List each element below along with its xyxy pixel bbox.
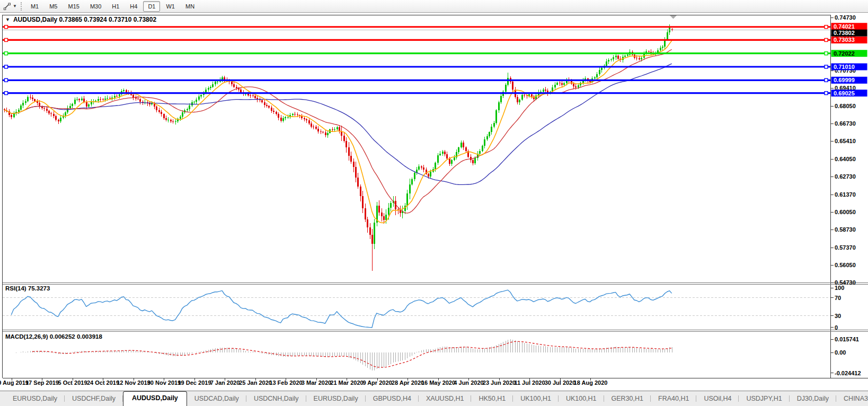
candles bbox=[4, 24, 673, 271]
hline-handle[interactable] bbox=[825, 65, 828, 68]
rsi-indicator-label: RSI(14) 75.3273 bbox=[5, 285, 50, 292]
date-label: 3 Mar 2020 bbox=[302, 379, 331, 386]
rsi-tick-label: 70 bbox=[835, 295, 841, 301]
panel-borders bbox=[3, 15, 868, 378]
tab-eurusd-daily[interactable]: EURUSD,Daily bbox=[306, 392, 366, 406]
line-tool-icon[interactable] bbox=[2, 2, 12, 11]
rsi-line bbox=[11, 290, 671, 328]
date-label: 23 Jun 2020 bbox=[483, 379, 516, 386]
hline-handle[interactable] bbox=[5, 92, 8, 95]
date-label: 25 Jan 2020 bbox=[239, 379, 272, 386]
tab-usdjpy-h1[interactable]: USDJPY,H1 bbox=[739, 392, 789, 406]
tab-usdchf-daily[interactable]: USDCHF,Daily bbox=[65, 392, 123, 406]
price-badge-text: 0.73802 bbox=[834, 30, 855, 36]
tab-uk100-h1[interactable]: UK100,H1 bbox=[513, 392, 559, 406]
rsi-tick-label: 30 bbox=[835, 313, 841, 319]
tab-audusd-daily[interactable]: AUDUSD,Daily bbox=[123, 391, 187, 406]
date-label: 21 Mar 2020 bbox=[330, 379, 363, 386]
tab-xauusd-h1[interactable]: XAUUSD,H1 bbox=[419, 392, 472, 406]
price-badge-text: 0.72022 bbox=[834, 50, 855, 57]
hline-handle[interactable] bbox=[5, 38, 8, 41]
date-label: 4 Jun 2020 bbox=[454, 379, 483, 386]
line-tool-glyph bbox=[3, 2, 11, 10]
timeframe-button-H4[interactable]: H4 bbox=[125, 1, 142, 12]
timeframe-button-D1[interactable]: D1 bbox=[143, 1, 160, 12]
date-label: 30 Nov 2019 bbox=[147, 379, 181, 386]
price-badge-text: 0.69025 bbox=[834, 90, 855, 96]
date-label: 16 May 2020 bbox=[421, 379, 455, 386]
date-label: 18 Aug 2020 bbox=[574, 379, 608, 386]
rsi-panel bbox=[3, 290, 831, 328]
tab-usdcnh-daily[interactable]: USDCNH,Daily bbox=[246, 392, 306, 406]
tab-hk50-h1[interactable]: HK50,H1 bbox=[471, 392, 513, 406]
trading-terminal: ▼ M1M5M15M30H1H4D1W1MN 0.747300.734100.7… bbox=[0, 0, 868, 406]
rsi-tick-label: 100 bbox=[835, 285, 844, 291]
tab-eurusd-daily[interactable]: EURUSD,Daily bbox=[5, 392, 65, 406]
price-badge-text: 0.69999 bbox=[834, 77, 855, 83]
toolbar-grip[interactable] bbox=[21, 2, 22, 11]
date-label: 28 Apr 2020 bbox=[392, 379, 424, 386]
chart-tabs: EURUSD,DailyUSDCHF,DailyAUDUSD,DailyUSDC… bbox=[0, 391, 868, 406]
date-label: 7 Jan 2020 bbox=[210, 379, 240, 386]
macd-tick-label: 0.00 bbox=[835, 349, 846, 356]
date-label: 12 Nov 2019 bbox=[117, 379, 150, 386]
date-label: 11 Jul 2020 bbox=[514, 379, 545, 386]
chart-tab-bar: EURUSD,DailyUSDCHF,DailyAUDUSD,DailyUSDC… bbox=[0, 391, 868, 406]
hline-handle[interactable] bbox=[825, 38, 828, 41]
hline-handle[interactable] bbox=[5, 65, 8, 68]
price-tick-label: 0.56050 bbox=[835, 262, 856, 268]
timeframe-button-M30[interactable]: M30 bbox=[85, 1, 106, 12]
price-tick-label: 0.62730 bbox=[835, 173, 856, 180]
chart-shift-marker[interactable] bbox=[670, 15, 677, 19]
date-label: 19 Dec 2019 bbox=[178, 379, 211, 386]
price-badge-text: 0.74021 bbox=[834, 23, 855, 30]
hline-handle[interactable] bbox=[825, 92, 828, 95]
price-badge-text: 0.73033 bbox=[834, 37, 855, 43]
hline-handle[interactable] bbox=[825, 78, 828, 82]
price-tick-label: 0.58730 bbox=[835, 226, 856, 233]
price-tick-label: 0.64050 bbox=[835, 156, 856, 162]
tab-fra40-h1[interactable]: FRA40,H1 bbox=[651, 392, 696, 406]
tab-usdcad-daily[interactable]: USDCAD,Daily bbox=[187, 392, 246, 406]
timeframe-button-M1[interactable]: M1 bbox=[26, 1, 43, 12]
tab-china300-h1[interactable]: CHINA300,H1 bbox=[836, 392, 868, 406]
timeframe-button-M15[interactable]: M15 bbox=[63, 1, 84, 12]
tab-usoil-h4[interactable]: USOil,H4 bbox=[696, 392, 739, 406]
date-label: 30 Jul 2020 bbox=[545, 379, 576, 386]
hline-handle[interactable] bbox=[5, 78, 8, 82]
hline-handle[interactable] bbox=[5, 52, 8, 55]
macd-signal-line bbox=[32, 341, 672, 367]
tab-gbpusd-h4[interactable]: GBPUSD,H4 bbox=[366, 392, 419, 406]
price-tick-label: 0.66730 bbox=[835, 120, 856, 127]
collapse-arrow-icon[interactable]: ▼ bbox=[5, 17, 10, 22]
timeframe-button-MN[interactable]: MN bbox=[181, 1, 199, 12]
timeframe-toolbar: ▼ M1M5M15M30H1H4D1W1MN bbox=[0, 0, 868, 13]
price-chart: 0.747300.734100.707300.694100.680500.667… bbox=[0, 13, 868, 391]
price-tick-label: 0.65410 bbox=[835, 138, 856, 144]
macd-tick-label: -0.024412 bbox=[835, 370, 861, 376]
timeframe-button-H1[interactable]: H1 bbox=[107, 1, 124, 12]
price-tick-label: 0.61370 bbox=[835, 191, 856, 198]
tab-dj30-daily[interactable]: DJ30,Daily bbox=[790, 392, 836, 406]
macd-indicator-label: MACD(12,26,9) 0.006252 0.003918 bbox=[5, 333, 102, 340]
hline-handle[interactable] bbox=[5, 25, 8, 29]
indicator-scales[interactable]: 100703000.0157410.00-0.024412 bbox=[831, 285, 861, 376]
macd-panel bbox=[16, 339, 672, 370]
timeframe-button-M5[interactable]: M5 bbox=[45, 1, 62, 12]
hline-handle[interactable] bbox=[825, 52, 828, 55]
macd-tick-label: 0.015741 bbox=[835, 336, 859, 342]
line-tool-dropdown-icon[interactable]: ▼ bbox=[13, 4, 17, 8]
date-label: 29 Aug 2019 bbox=[0, 379, 29, 386]
price-tick-label: 0.57370 bbox=[835, 244, 856, 251]
tab-ger30-h1[interactable]: GER30,H1 bbox=[604, 392, 651, 406]
price-tick-label: 0.68050 bbox=[835, 103, 856, 109]
price-tick-label: 0.60050 bbox=[835, 209, 856, 215]
level-lines bbox=[3, 25, 831, 95]
timeframe-button-W1[interactable]: W1 bbox=[161, 1, 180, 12]
price-badge-text: 0.71010 bbox=[834, 64, 855, 70]
hline-handle[interactable] bbox=[825, 25, 828, 29]
price-scale[interactable]: 0.747300.734100.707300.694100.680500.667… bbox=[831, 14, 867, 286]
time-scale[interactable]: 29 Aug 201917 Sep 20195 Oct 201924 Oct 2… bbox=[0, 378, 607, 386]
chart-title-text: AUDUSD,Daily 0.73865 0.73924 0.73710 0.7… bbox=[13, 16, 156, 23]
tab-uk100-h1[interactable]: UK100,H1 bbox=[559, 392, 604, 406]
